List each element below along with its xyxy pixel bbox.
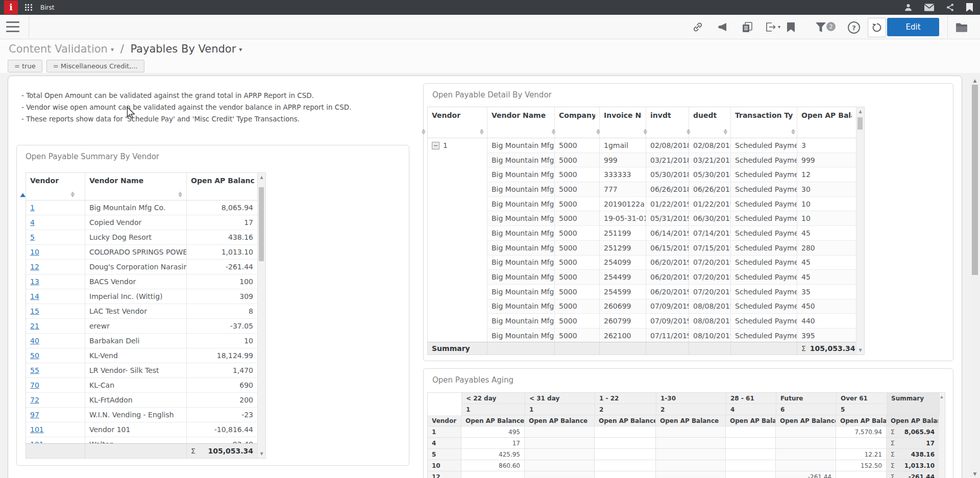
vendor-link[interactable]: 10	[30, 248, 39, 256]
table-row[interactable]: − Big Mountain Mfg ... 5000 19-05-31-01 …	[428, 211, 864, 226]
vendor-link[interactable]: 40	[30, 337, 39, 345]
table-row[interactable]: 5 Lucky Dog Resort 438.16	[26, 230, 265, 245]
infor-logo[interactable]: i	[4, 1, 18, 14]
column-header-vendor[interactable]: Vendor▲▼	[428, 107, 487, 138]
vendor-link[interactable]: 15	[30, 307, 39, 315]
table-row[interactable]: − Big Mountain Mfg ... 5000 999 03/21/20…	[428, 153, 864, 168]
summary-table-scrollbar[interactable]: ▲ ▼	[257, 173, 265, 458]
vendor-link[interactable]: 97	[30, 411, 39, 419]
sort-icon[interactable]: ▲▼	[650, 129, 684, 135]
vendor-link[interactable]: 14	[30, 292, 39, 300]
table-row[interactable]: 5 425.95 12.21 Σ 438.16	[428, 449, 945, 460]
bookmark-icon-topbar[interactable]	[966, 3, 973, 12]
sort-icon[interactable]: ▲▼	[559, 129, 595, 135]
table-row[interactable]: 4 17 Σ 17	[428, 438, 945, 449]
column-header-vendor[interactable]: Vendor	[428, 415, 461, 426]
measure-header[interactable]: Open AP Balance	[656, 415, 726, 426]
bucket-header[interactable]: 1 - 22	[595, 393, 656, 404]
column-header-invdt[interactable]: invdt▲▼	[646, 107, 689, 138]
column-header-company[interactable]: Company▲▼	[555, 107, 600, 138]
table-row[interactable]: 10 860.60 152.50 Σ 1,013.10	[428, 460, 945, 471]
table-row[interactable]: 14 Imperial Inc. (Wittig) 309	[26, 289, 265, 304]
table-row[interactable]: 70 KL-Can 690	[26, 378, 265, 393]
chevron-down-icon[interactable]: ▾	[111, 46, 114, 53]
vendor-link[interactable]: 55	[30, 366, 39, 374]
export-caret-icon[interactable]: ▾	[778, 24, 780, 30]
bucket-header[interactable]: < 31 day	[525, 393, 595, 404]
table-row[interactable]: − Big Mountain Mfg ... 5000 20190122a 01…	[428, 197, 864, 212]
filter-chip[interactable]: = true	[8, 60, 42, 72]
bucket-header[interactable]: Over 61	[837, 393, 887, 404]
bucket-header[interactable]: Future	[776, 393, 837, 404]
table-row[interactable]: 12 Doug's Corporation Narasimh... -261.4…	[26, 260, 265, 274]
bucket-header[interactable]: < 22 day	[462, 393, 525, 404]
scrollbar-thumb[interactable]	[857, 117, 863, 130]
table-row[interactable]: 15 LAC Test Vendor 8	[26, 304, 265, 319]
sort-icon[interactable]: ▲▼	[432, 129, 483, 135]
megaphone-icon[interactable]	[717, 21, 729, 33]
table-row[interactable]: 72 KL-FrtAddon 200	[26, 393, 265, 408]
table-row[interactable]: − Big Mountain Mfg ... 5000 254499 06/20…	[428, 270, 864, 285]
table-row[interactable]: − Big Mountain Mfg ... 5000 254099 06/20…	[428, 256, 864, 270]
edit-button[interactable]: Edit	[887, 18, 939, 36]
table-row[interactable]: − Big Mountain Mfg ... 5000 260699 07/09…	[428, 299, 864, 314]
scroll-down-icon[interactable]: ▼	[258, 451, 265, 456]
table-row[interactable]: − Big Mountain Mfg ... 5000 254599 06/20…	[428, 285, 864, 299]
table-row[interactable]: − Big Mountain Mfg ... 5000 251199 06/14…	[428, 226, 864, 241]
table-row[interactable]: 101 Vendor 101 -10,816.44	[26, 422, 265, 437]
measure-header[interactable]: Open AP Balance	[525, 415, 595, 426]
breadcrumb-space[interactable]: Content Validation	[9, 43, 108, 55]
measure-header[interactable]: Open AP Balance	[836, 415, 887, 426]
scroll-up-icon[interactable]: ▲	[971, 78, 979, 83]
vendor-link[interactable]: 12	[30, 263, 39, 271]
scrollbar-thumb[interactable]	[259, 187, 264, 261]
detail-table-scrollbar[interactable]: ▲ ▼	[856, 107, 864, 355]
table-row[interactable]: 55 LR Vendor- Silk Test 1,470	[26, 363, 265, 378]
vendor-link[interactable]: 1	[30, 204, 35, 212]
table-row[interactable]: 40 Barbakan Deli 10	[26, 334, 265, 348]
column-header-transaction-type[interactable]: Transaction Type▲▼	[731, 107, 797, 138]
bucket-header[interactable]: 1-30	[656, 393, 726, 404]
table-row[interactable]: − Big Mountain Mfg ... 5000 260799 07/09…	[428, 314, 864, 329]
table-row[interactable]: 13 BACS Vendor 100	[26, 274, 265, 289]
vendor-link[interactable]: 101	[30, 425, 44, 434]
scroll-up-icon[interactable]: ▲	[258, 175, 265, 180]
sort-icon[interactable]: ▲▼	[735, 129, 793, 135]
table-row[interactable]: − Big Mountain Mfg ... 5000 777 06/26/20…	[428, 182, 864, 197]
sort-icon[interactable]: ▲▼	[693, 129, 726, 135]
share-icon[interactable]	[946, 3, 954, 12]
table-row[interactable]: 10 COLORADO SPRINGS POWER 1,013.10	[26, 245, 265, 260]
measure-header[interactable]: Open AP Balance	[461, 415, 525, 426]
table-row[interactable]: 12 -261.44 Σ -261.44	[428, 471, 945, 478]
measure-header[interactable]: Open AP Bala...	[726, 415, 776, 426]
column-header-invoice-no[interactable]: Invoice No▲▼	[600, 107, 646, 138]
export-icon[interactable]	[764, 21, 776, 33]
chevron-down-icon[interactable]: ▾	[239, 46, 242, 53]
filter-icon[interactable]	[815, 21, 827, 33]
menu-icon[interactable]	[6, 21, 19, 32]
folder-icon[interactable]	[955, 21, 968, 33]
table-row[interactable]: − Big Mountain Mfg ... 5000 262100 07/11…	[428, 329, 864, 343]
table-row[interactable]: 21 erewr -37.05	[26, 319, 265, 334]
app-launcher-icon[interactable]	[25, 4, 32, 11]
sort-icon[interactable]: ▲▼	[492, 129, 550, 135]
sort-icon[interactable]: ▲▼	[801, 129, 852, 135]
vendor-link[interactable]: 72	[30, 396, 39, 404]
copy-icon[interactable]	[741, 21, 753, 33]
column-header-open-ap-balance[interactable]: Open AP Balance▲▼	[797, 107, 856, 138]
vendor-link[interactable]: 21	[30, 322, 39, 330]
sort-icon[interactable]: ▲▼	[89, 191, 182, 197]
vendor-link[interactable]: 4	[30, 218, 35, 227]
vendor-link[interactable]: 13	[30, 278, 39, 286]
table-row[interactable]: 1 495 7,570.94 Σ 8,065.94	[428, 426, 945, 438]
table-row[interactable]: 1 Big Mountain Mfg Co. 8,065.94	[26, 200, 265, 215]
filter-chip[interactable]: = Miscellaneous Credit,...	[46, 60, 144, 72]
table-row[interactable]: 50 KL-Vend 18,124.99	[26, 348, 265, 363]
breadcrumb-page[interactable]: Payables By Vendor	[130, 43, 236, 55]
table-row[interactable]: − 1 Big Mountain Mfg ... 5000 1gmail 02/…	[428, 138, 864, 153]
column-header-vendor-name[interactable]: Vendor Name▲▼	[487, 107, 555, 138]
scrollbar-thumb[interactable]	[972, 85, 978, 275]
bucket-header[interactable]: 28 - 61	[726, 393, 776, 404]
page-scrollbar[interactable]: ▲ ▼	[971, 77, 979, 478]
scroll-up-icon[interactable]: ▲	[856, 109, 864, 114]
